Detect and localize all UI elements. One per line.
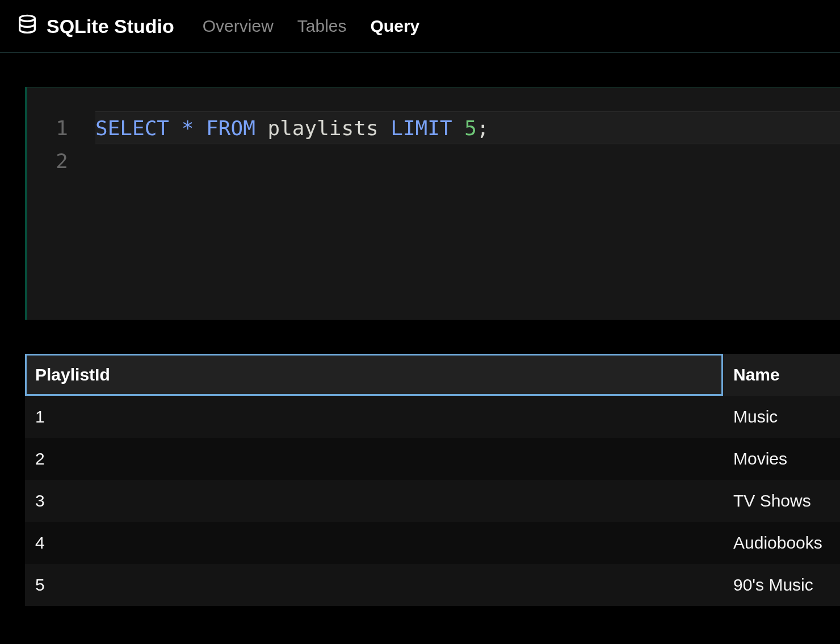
- table-row[interactable]: 1Music: [25, 396, 840, 438]
- cell[interactable]: Audiobooks: [723, 522, 840, 564]
- table-row[interactable]: 590's Music: [25, 564, 840, 606]
- editor-line[interactable]: 2: [27, 144, 840, 177]
- table-row[interactable]: 2Movies: [25, 438, 840, 480]
- table-row[interactable]: 3TV Shows: [25, 480, 840, 522]
- column-header-playlistid[interactable]: PlaylistId: [25, 354, 723, 396]
- column-header-name[interactable]: Name: [723, 354, 840, 396]
- cell[interactable]: 3: [25, 480, 723, 522]
- results-table: PlaylistIdName 1Music2Movies3TV Shows4Au…: [25, 354, 840, 606]
- sql-editor[interactable]: 1SELECT * FROM playlists LIMIT 5;2: [25, 87, 840, 320]
- nav-item-query[interactable]: Query: [371, 16, 420, 36]
- nav-item-overview[interactable]: Overview: [203, 16, 274, 36]
- line-number: 1: [27, 116, 95, 140]
- cell[interactable]: Movies: [723, 438, 840, 480]
- header: SQLite Studio OverviewTablesQuery: [0, 0, 840, 53]
- database-icon: [16, 14, 39, 39]
- cell[interactable]: 2: [25, 438, 723, 480]
- table-header-row: PlaylistIdName: [25, 354, 840, 396]
- cell[interactable]: 90's Music: [723, 564, 840, 606]
- nav: OverviewTablesQuery: [203, 16, 419, 36]
- cell[interactable]: TV Shows: [723, 480, 840, 522]
- cell[interactable]: 4: [25, 522, 723, 564]
- cell[interactable]: 1: [25, 396, 723, 438]
- app-logo[interactable]: SQLite Studio: [16, 14, 174, 39]
- cell[interactable]: 5: [25, 564, 723, 606]
- app-title: SQLite Studio: [47, 15, 174, 37]
- table-row[interactable]: 4Audiobooks: [25, 522, 840, 564]
- editor-line[interactable]: 1SELECT * FROM playlists LIMIT 5;: [27, 111, 840, 144]
- line-number: 2: [27, 149, 95, 173]
- nav-item-tables[interactable]: Tables: [297, 16, 347, 36]
- line-content[interactable]: SELECT * FROM playlists LIMIT 5;: [95, 111, 840, 144]
- svg-point-0: [20, 15, 35, 21]
- line-content[interactable]: [95, 144, 840, 177]
- cell[interactable]: Music: [723, 396, 840, 438]
